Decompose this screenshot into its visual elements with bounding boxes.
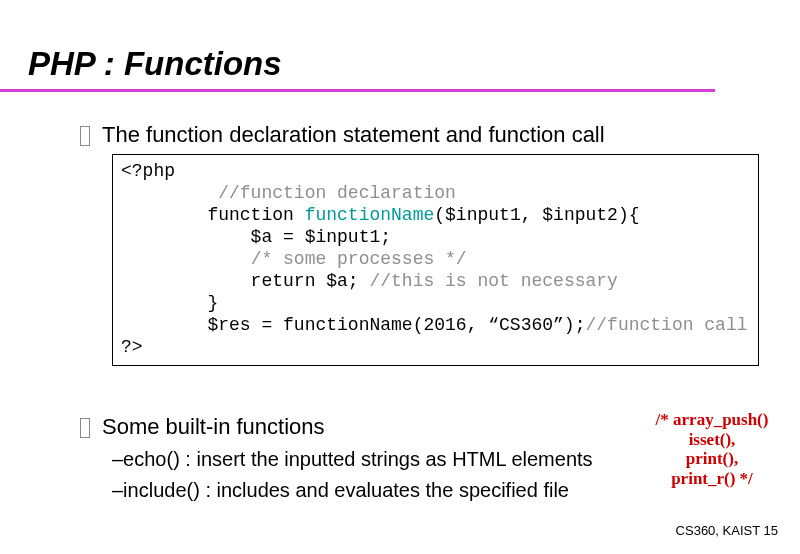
code-keyword: function [121, 205, 305, 225]
code-comment: /* some processes */ [251, 249, 467, 269]
side-note-line: print(), [642, 449, 782, 469]
bullet-2-text: Some built-in functions [102, 414, 325, 440]
code-indent [121, 183, 218, 203]
footer-course: CS360, KAIST [676, 523, 760, 538]
slide-title: PHP : Functions [0, 0, 800, 89]
code-line: ?> [121, 337, 143, 357]
code-line: } [121, 293, 218, 313]
code-block: <?php //function declaration function fu… [112, 154, 759, 366]
side-note-line: isset(), [642, 430, 782, 450]
code-comment: //function declaration [218, 183, 456, 203]
slide-footer: CS360, KAIST 15 [676, 523, 778, 538]
bullet-1: The function declaration statement and f… [80, 122, 760, 148]
code-line: $a = $input1; [121, 227, 391, 247]
code-comment: //this is not necessary [369, 271, 617, 291]
side-note-line: print_r() */ [642, 469, 782, 489]
bullet-1-text: The function declaration statement and f… [102, 122, 605, 148]
footer-page: 15 [764, 523, 778, 538]
code-line: <?php [121, 161, 175, 181]
code-indent [121, 249, 251, 269]
side-note-line: /* array_push() [642, 410, 782, 430]
bullet-marker [80, 418, 90, 438]
code-comment: //function call [585, 315, 747, 335]
code-params: ($input1, $input2){ [434, 205, 639, 225]
code-line: $res = functionName(2016, “CS360”); [121, 315, 585, 335]
code-line: return $a; [121, 271, 369, 291]
bullet-marker [80, 126, 90, 146]
side-note: /* array_push() isset(), print(), print_… [642, 410, 782, 488]
code-funcname: functionName [305, 205, 435, 225]
